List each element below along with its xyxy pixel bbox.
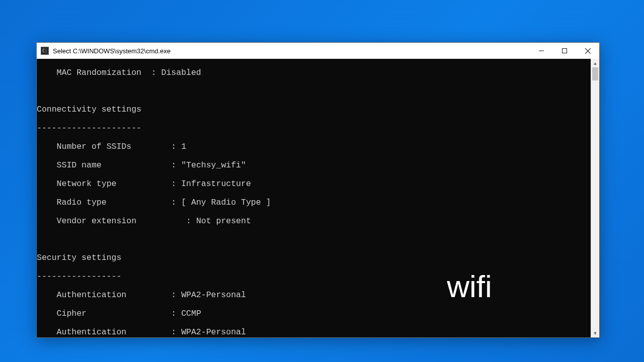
term-line: Radio type : [ Any Radio Type ] (37, 198, 591, 207)
window-title: Select C:\WINDOWS\system32\cmd.exe (53, 47, 171, 55)
scrollbar-track[interactable] (591, 67, 599, 329)
close-button[interactable] (576, 43, 599, 59)
scroll-down-icon[interactable]: ▼ (591, 329, 599, 337)
term-line: Vendor extension : Not present (37, 217, 591, 226)
client-area: MAC Randomization : Disabled Connectivit… (37, 59, 599, 337)
scrollbar-thumb[interactable] (592, 67, 598, 80)
term-line: Network type : Infrastructure (37, 179, 591, 189)
section-dashes: ----------------- (37, 272, 591, 281)
term-line: Authentication : WPA2-Personal (37, 328, 591, 337)
cmd-icon: C: (41, 47, 49, 55)
minimize-button[interactable] (530, 43, 553, 59)
term-line: SSID name : "Techsy_wifi" (37, 161, 591, 170)
term-line: Number of SSIDs : 1 (37, 142, 591, 151)
section-connectivity-title: Connectivity settings (37, 105, 591, 114)
svg-rect-0 (562, 49, 567, 53)
section-dashes: --------------------- (37, 124, 591, 133)
term-line: Cipher : CCMP (37, 309, 591, 318)
vertical-scrollbar[interactable]: ▲ ▼ (591, 59, 599, 337)
titlebar[interactable]: C: Select C:\WINDOWS\system32\cmd.exe (37, 43, 599, 59)
cmd-window: C: Select C:\WINDOWS\system32\cmd.exe MA… (36, 42, 600, 338)
term-line: MAC Randomization : Disabled (37, 68, 591, 77)
section-security-title: Security settings (37, 253, 591, 262)
scroll-up-icon[interactable]: ▲ (591, 59, 599, 67)
terminal-output[interactable]: MAC Randomization : Disabled Connectivit… (37, 59, 591, 337)
term-line: Authentication : WPA2-Personal (37, 291, 591, 300)
maximize-button[interactable] (553, 43, 576, 59)
